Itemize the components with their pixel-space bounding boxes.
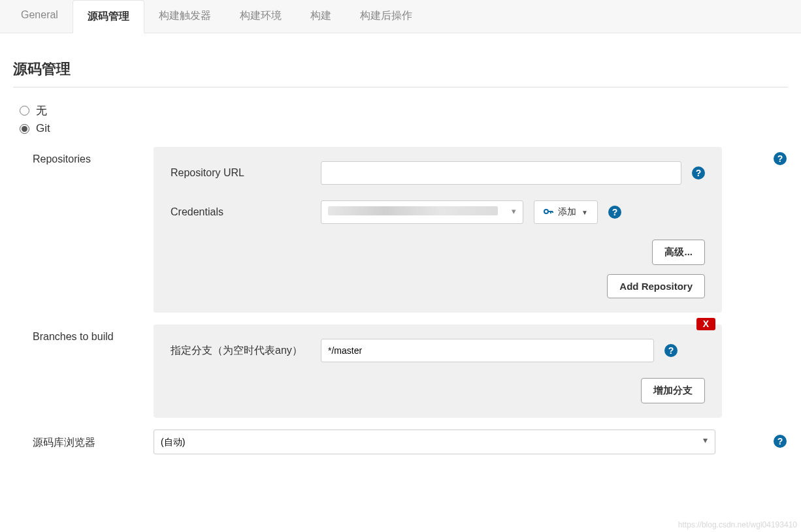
add-branch-button[interactable]: 增加分支 [641, 378, 705, 403]
scm-none-label: 无 [36, 103, 47, 118]
scm-radio-none[interactable] [20, 106, 29, 116]
scm-option-git[interactable]: Git [20, 122, 788, 135]
branches-heading: Branches to build [33, 324, 154, 343]
repositories-panel: Repository URL ? Credentials [154, 147, 722, 313]
tab-env[interactable]: 构建环境 [225, 0, 296, 33]
delete-branch-button[interactable]: X [696, 318, 715, 330]
repo-url-label: Repository URL [171, 167, 321, 179]
tab-triggers[interactable]: 构建触发器 [144, 0, 225, 33]
branch-spec-input[interactable] [321, 339, 654, 362]
help-icon[interactable]: ? [692, 166, 705, 180]
repo-browser-label: 源码库浏览器 [33, 430, 154, 450]
scm-git-label: Git [36, 122, 50, 135]
branches-panel: X 指定分支（为空时代表any） ? 增加分支 [154, 324, 722, 418]
key-icon [544, 207, 554, 217]
credentials-label: Credentials [171, 206, 321, 218]
branch-spec-label: 指定分支（为空时代表any） [171, 344, 321, 358]
tab-scm[interactable]: 源码管理 [73, 0, 144, 33]
repo-browser-select[interactable]: (自动) [154, 430, 715, 454]
advanced-button[interactable]: 高级... [652, 240, 705, 265]
chevron-down-icon: ▼ [581, 209, 588, 216]
scm-radio-git[interactable] [20, 124, 29, 134]
add-credentials-label: 添加 [558, 206, 576, 218]
repo-url-input[interactable] [321, 161, 681, 185]
scm-option-none[interactable]: 无 [20, 103, 788, 118]
help-icon[interactable]: ? [664, 344, 678, 357]
help-icon[interactable]: ? [774, 152, 787, 165]
help-icon[interactable]: ? [608, 206, 621, 219]
tab-postbuild[interactable]: 构建后操作 [346, 0, 427, 33]
tab-general[interactable]: General [7, 0, 73, 33]
help-icon[interactable]: ? [774, 435, 787, 448]
credentials-value-redacted [328, 206, 498, 215]
tab-build[interactable]: 构建 [296, 0, 346, 33]
add-credentials-button[interactable]: 添加 ▼ [534, 200, 598, 224]
add-repository-button[interactable]: Add Repository [607, 274, 705, 298]
section-title-scm: 源码管理 [13, 59, 788, 79]
repositories-heading: Repositories [33, 147, 154, 165]
divider [13, 87, 788, 87]
config-tabs: General 源码管理 构建触发器 构建环境 构建 构建后操作 [0, 0, 801, 33]
credentials-select[interactable] [321, 200, 523, 224]
